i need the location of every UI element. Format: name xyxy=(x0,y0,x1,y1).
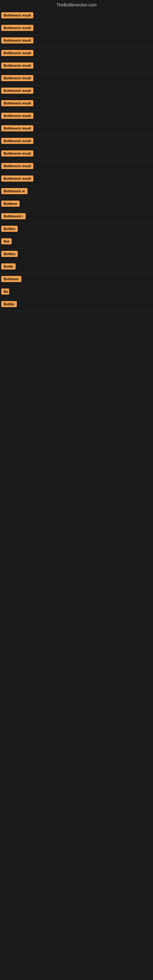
result-row-4: Bottleneck result xyxy=(0,48,153,60)
result-row-2: Bottleneck result xyxy=(0,22,153,35)
bottleneck-badge-2[interactable]: Bottleneck result xyxy=(1,25,33,31)
result-row-16: Bottlene xyxy=(0,198,153,211)
result-row-5: Bottleneck result xyxy=(0,60,153,73)
site-title: TheBottlenecker.com xyxy=(0,0,153,10)
bottleneck-badge-21[interactable]: Bottle xyxy=(1,263,16,269)
result-row-18: Bottlen xyxy=(0,223,153,236)
bottleneck-badge-19[interactable]: Bot xyxy=(1,238,12,244)
result-row-3: Bottleneck result xyxy=(0,35,153,48)
bottleneck-badge-23[interactable]: Bo xyxy=(1,288,9,294)
bottleneck-badge-9[interactable]: Bottleneck result xyxy=(1,113,33,119)
bottleneck-badge-14[interactable]: Bottleneck result xyxy=(1,175,33,181)
result-row-13: Bottleneck result xyxy=(0,161,153,173)
bottleneck-badge-24[interactable]: Bottler xyxy=(1,301,17,307)
bottleneck-badge-16[interactable]: Bottlene xyxy=(1,200,19,207)
result-row-20: Bottlen xyxy=(0,248,153,261)
bottleneck-badge-11[interactable]: Bottleneck result xyxy=(1,138,33,144)
result-row-10: Bottleneck result xyxy=(0,123,153,135)
bottleneck-badge-7[interactable]: Bottleneck result xyxy=(1,88,33,94)
result-row-12: Bottleneck result xyxy=(0,148,153,161)
result-row-22: Bottlenec xyxy=(0,274,153,286)
bottleneck-badge-15[interactable]: Bottleneck re xyxy=(1,188,27,194)
result-row-11: Bottleneck result xyxy=(0,135,153,148)
result-row-24: Bottler xyxy=(0,299,153,311)
bottleneck-badge-4[interactable]: Bottleneck result xyxy=(1,50,33,56)
bottleneck-badge-1[interactable]: Bottleneck result xyxy=(1,12,33,18)
bottleneck-badge-22[interactable]: Bottlenec xyxy=(1,276,21,282)
bottleneck-badge-17[interactable]: Bottleneck r xyxy=(1,213,26,219)
result-row-6: Bottleneck result xyxy=(0,73,153,85)
bottleneck-badge-10[interactable]: Bottleneck result xyxy=(1,125,33,131)
result-row-14: Bottleneck result xyxy=(0,173,153,186)
bottleneck-badge-8[interactable]: Bottleneck result xyxy=(1,100,33,106)
bottleneck-badge-20[interactable]: Bottlen xyxy=(1,251,18,257)
bottleneck-badge-3[interactable]: Bottleneck result xyxy=(1,37,33,43)
result-row-8: Bottleneck result xyxy=(0,98,153,110)
result-row-1: Bottleneck result xyxy=(0,10,153,22)
result-row-17: Bottleneck r xyxy=(0,211,153,223)
result-row-9: Bottleneck result xyxy=(0,110,153,123)
result-row-7: Bottleneck result xyxy=(0,85,153,98)
result-row-19: Bot xyxy=(0,236,153,248)
bottleneck-badge-13[interactable]: Bottleneck result xyxy=(1,163,33,169)
results-container: Bottleneck resultBottleneck resultBottle… xyxy=(0,10,153,311)
bottleneck-badge-18[interactable]: Bottlen xyxy=(1,226,18,232)
result-row-21: Bottle xyxy=(0,261,153,274)
bottleneck-badge-12[interactable]: Bottleneck result xyxy=(1,150,33,156)
bottleneck-badge-6[interactable]: Bottleneck result xyxy=(1,75,33,81)
result-row-15: Bottleneck re xyxy=(0,186,153,198)
result-row-23: Bo xyxy=(0,286,153,299)
bottleneck-badge-5[interactable]: Bottleneck result xyxy=(1,62,33,68)
